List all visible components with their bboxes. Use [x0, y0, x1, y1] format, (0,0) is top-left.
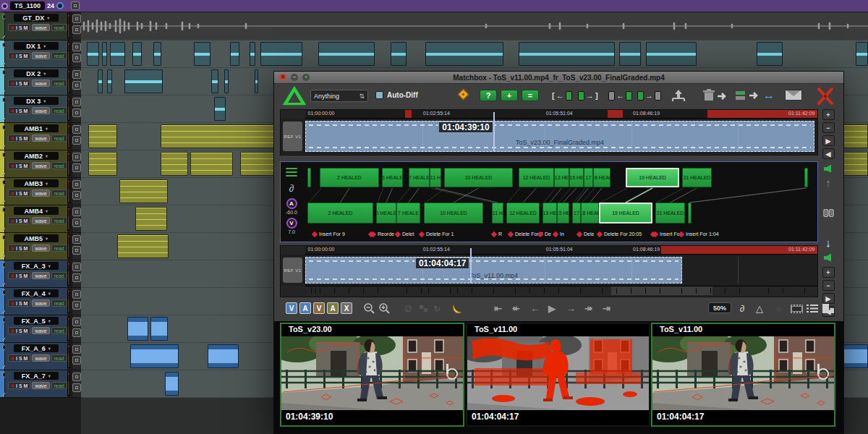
- horizontal-swap-icon[interactable]: ↔: [763, 89, 775, 102]
- rec-input-solo-mute-buttons[interactable]: ISM: [8, 80, 30, 87]
- equal-button[interactable]: =: [522, 90, 539, 101]
- track-header-amb4[interactable]: AMB4▾ISMwaveread: [0, 205, 81, 233]
- export-up-icon[interactable]: [671, 88, 686, 103]
- audio-clip[interactable]: [124, 69, 163, 93]
- healed-segment[interactable]: 6 HEALE: [382, 168, 403, 187]
- automation-read-button[interactable]: read: [51, 162, 67, 169]
- playhead[interactable]: [493, 112, 495, 152]
- audio-clip[interactable]: [856, 42, 868, 66]
- audio-clip[interactable]: [130, 344, 179, 368]
- audio-clip[interactable]: [165, 372, 179, 396]
- audio-clip[interactable]: [260, 42, 302, 66]
- fast-forward-button[interactable]: ↠: [584, 302, 592, 315]
- split-view-icon[interactable]: [822, 304, 834, 313]
- track-menu-icon[interactable]: ▾: [43, 71, 46, 76]
- filmstrip-view-icon[interactable]: [791, 305, 803, 313]
- record-icon[interactable]: [11, 192, 14, 195]
- track-button-a[interactable]: [72, 290, 81, 299]
- automation-read-button[interactable]: read: [51, 24, 67, 31]
- audio-clip[interactable]: [841, 344, 868, 368]
- edit-marker[interactable]: Delet: [396, 231, 414, 237]
- rec-input-solo-mute-buttons[interactable]: ISM: [8, 135, 30, 142]
- rec-input-solo-mute-buttons[interactable]: ISM: [8, 217, 30, 224]
- record-icon[interactable]: [11, 357, 14, 360]
- rec-input-solo-mute-buttons[interactable]: ISM: [8, 299, 30, 307]
- rec-input-solo-mute-buttons[interactable]: ISM: [8, 52, 30, 59]
- track-button-b[interactable]: [72, 218, 81, 227]
- video-online-icon[interactable]: [56, 2, 64, 9]
- nudge-left-button[interactable]: ◀: [822, 148, 835, 159]
- stream-toggle-a-3[interactable]: A: [327, 302, 339, 314]
- rec-input-solo-mute-buttons[interactable]: ISM: [8, 354, 30, 362]
- automation-read-button[interactable]: read: [51, 299, 67, 307]
- segment-sliver[interactable]: [804, 168, 808, 187]
- wave-view-button[interactable]: wave: [32, 52, 49, 59]
- audio-clip[interactable]: [87, 42, 99, 66]
- wave-view-button[interactable]: wave: [32, 272, 49, 279]
- edit-marker[interactable]: Delete For 1: [420, 231, 454, 237]
- record-icon[interactable]: [11, 384, 14, 388]
- edit-marker[interactable]: Insert Fo: [651, 231, 680, 237]
- wave-view-button[interactable]: wave: [32, 162, 49, 169]
- audio-clip[interactable]: [757, 42, 783, 66]
- track-header-fx_a_3[interactable]: FX_A_3▾ISMwaveread: [0, 260, 81, 288]
- automation-read-button[interactable]: read: [51, 217, 67, 224]
- track-button-a[interactable]: [72, 98, 81, 106]
- track-header-amb5[interactable]: AMB5▾ISMwaveread: [0, 233, 81, 260]
- track-menu-icon[interactable]: ▾: [48, 346, 51, 351]
- track-header-fx_a_6[interactable]: FX_A_6▾ISMwaveread: [0, 343, 81, 370]
- healed-segment[interactable]: 15 HE: [557, 203, 569, 224]
- delete-send-icon[interactable]: [702, 88, 728, 103]
- healed-segment[interactable]: 12 HEALED: [506, 203, 540, 224]
- partial-icon[interactable]: ∂: [740, 302, 744, 315]
- track-button-a[interactable]: [72, 180, 81, 189]
- rec-input-solo-mute-buttons[interactable]: ISM: [8, 190, 30, 197]
- track-header-dx-1[interactable]: DX 1▾ISMwaveread: [0, 41, 81, 68]
- wave-view-button[interactable]: wave: [32, 244, 49, 252]
- window-titlebar[interactable]: ✕ − + Matchbox - ToS_v11.00.mp4_fr_ToS_v…: [274, 72, 843, 84]
- viewer-3[interactable]: ToS_v11.0001:04:04:17: [651, 323, 835, 427]
- automation-read-button[interactable]: read: [51, 354, 67, 362]
- video-track-button[interactable]: [71, 1, 80, 10]
- wave-view-button[interactable]: wave: [32, 327, 49, 334]
- track-name[interactable]: AMB5▾: [14, 234, 59, 242]
- wave-view-button[interactable]: wave: [32, 107, 49, 114]
- healed-segment[interactable]: 11 H: [492, 203, 503, 224]
- segment-sliver[interactable]: [688, 203, 692, 224]
- track-button-b[interactable]: [72, 328, 81, 337]
- audio-clip[interactable]: [117, 234, 169, 258]
- track-header-dx-2[interactable]: DX 2▾ISMwaveread: [0, 68, 81, 95]
- audio-clip[interactable]: [190, 152, 233, 176]
- automation-read-button[interactable]: read: [51, 190, 67, 197]
- wave-view-button[interactable]: wave: [32, 80, 49, 87]
- preset-select[interactable]: Anything ⇅: [310, 90, 368, 102]
- healed-segment[interactable]: 2 HEALED: [307, 203, 373, 224]
- track-menu-icon[interactable]: ▾: [43, 98, 46, 103]
- track-name[interactable]: DX 2▾: [14, 69, 59, 77]
- banana-icon[interactable]: [452, 303, 464, 315]
- audio-clip[interactable]: [224, 69, 229, 93]
- audio-clip[interactable]: [88, 124, 117, 148]
- audio-clip[interactable]: [208, 344, 239, 368]
- automation-read-button[interactable]: read: [51, 382, 67, 389]
- track-name[interactable]: FX_A_5▾: [14, 317, 59, 325]
- healed-segment[interactable]: 21 HEALED: [682, 168, 712, 187]
- edit-marker[interactable]: Dele: [577, 231, 594, 237]
- track-name[interactable]: FX_A_4▾: [14, 289, 59, 297]
- record-icon[interactable]: [11, 82, 14, 85]
- edit-marker[interactable]: Insert For 9: [312, 231, 345, 237]
- track-button-a[interactable]: [72, 208, 81, 216]
- automation-read-button[interactable]: read: [51, 244, 67, 252]
- healed-segment[interactable]: 18 HEAL: [593, 168, 610, 187]
- record-icon[interactable]: [11, 274, 14, 278]
- track-button-a[interactable]: [72, 153, 81, 161]
- track-name[interactable]: AMB3▾: [14, 179, 59, 187]
- track-button-b[interactable]: [72, 25, 81, 34]
- automation-read-button[interactable]: read: [51, 272, 67, 279]
- healed-segment[interactable]: 17: [584, 168, 593, 187]
- video-track-name[interactable]: TS_1100: [10, 1, 45, 10]
- audio-clip[interactable]: [110, 42, 125, 66]
- audio-clip[interactable]: [161, 152, 188, 176]
- track-header-amb1[interactable]: AMB1▾ISMwaveread: [0, 123, 81, 150]
- track-menu-icon[interactable]: ▾: [48, 291, 51, 296]
